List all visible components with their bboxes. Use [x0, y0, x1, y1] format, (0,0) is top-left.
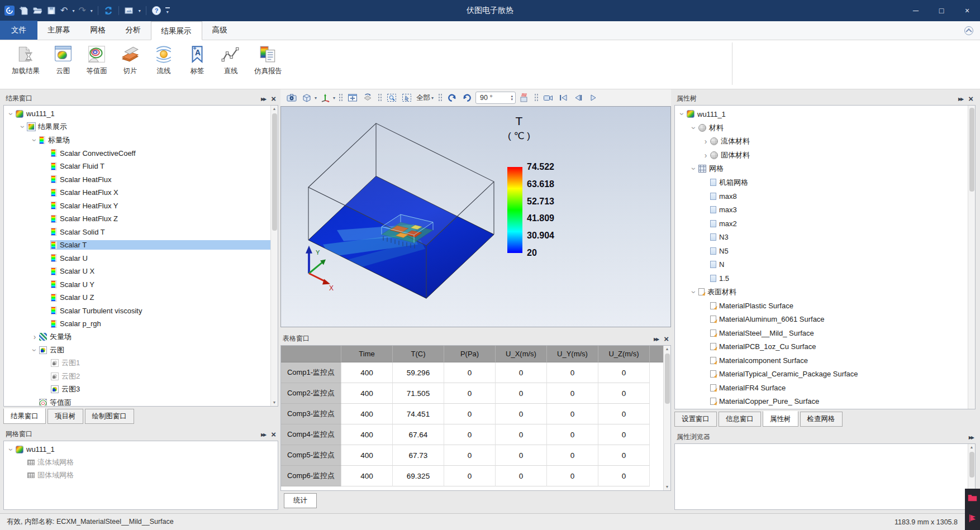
tree-item[interactable]: max2: [675, 217, 975, 231]
ribbon-tab-文件[interactable]: 文件: [0, 21, 37, 40]
table-cell[interactable]: 0: [444, 362, 496, 383]
tree-item[interactable]: max3: [675, 203, 975, 217]
table-cell[interactable]: 0: [547, 445, 598, 466]
chevron-down-icon[interactable]: ▾: [333, 96, 335, 101]
tree-item[interactable]: ›固体材料: [675, 149, 975, 163]
collapse-panel-icon[interactable]: [261, 94, 265, 102]
chevron-down-icon[interactable]: ▾: [315, 96, 317, 101]
expand-arrow-icon[interactable]: ›: [702, 152, 710, 159]
tree-item[interactable]: MaterialSteel__Mild_ Surface: [675, 326, 975, 340]
toolbar-options-icon[interactable]: [165, 7, 170, 15]
expand-arrow-icon[interactable]: ›: [31, 333, 39, 340]
panel-tab-项目树[interactable]: 项目树: [47, 409, 83, 424]
ribbon-tab-主屏幕[interactable]: 主屏幕: [37, 21, 80, 40]
-icon[interactable]: [32, 4, 42, 17]
tool-load-result[interactable]: 加载结果: [6, 44, 46, 76]
view-orientation-icon[interactable]: [318, 91, 332, 104]
table-row-header[interactable]: Comp3-监控点: [281, 404, 341, 424]
close-panel-icon[interactable]: [271, 429, 276, 439]
tree-item[interactable]: N5: [675, 244, 975, 258]
table-cell[interactable]: 0: [598, 424, 650, 445]
tree-item[interactable]: ›wu111_1: [4, 107, 278, 121]
rotate-ccw-icon[interactable]: [445, 91, 459, 104]
dropdown-arrow-icon[interactable]: ▾: [139, 8, 141, 13]
collapse-arrow-icon[interactable]: ›: [8, 446, 15, 453]
folder-icon[interactable]: [968, 494, 977, 504]
maximize-icon[interactable]: □: [929, 0, 954, 21]
close-panel-icon[interactable]: [968, 94, 973, 103]
ribbon-tab-高级[interactable]: 高级: [202, 21, 237, 40]
tree-item[interactable]: MaterialPCB_1oz_Cu Surface: [675, 340, 975, 354]
tree-item[interactable]: max8: [675, 189, 975, 203]
panel-tab-设置窗口[interactable]: 设置窗口: [674, 412, 717, 427]
panel-tab-信息窗口[interactable]: 信息窗口: [719, 412, 761, 427]
table-cell[interactable]: 0: [598, 362, 650, 383]
tree-item[interactable]: ›流体材料: [675, 135, 975, 149]
tree-item[interactable]: ›表面材料: [675, 285, 975, 299]
table-cell[interactable]: 0: [598, 466, 650, 486]
minimize-ribbon-icon[interactable]: [964, 26, 973, 35]
close-panel-icon[interactable]: [664, 334, 669, 343]
tool-tag[interactable]: A标签: [181, 44, 213, 76]
table-cell[interactable]: 400: [341, 383, 393, 404]
table-cell[interactable]: 0: [598, 383, 650, 404]
collapse-arrow-icon[interactable]: ›: [691, 288, 697, 296]
table-row-header[interactable]: Comp6-监控点: [281, 466, 341, 486]
table-scrollbar[interactable]: ▲▼: [663, 346, 670, 490]
table-row-header[interactable]: Comp4-监控点: [281, 424, 341, 445]
tree-item[interactable]: Scalar U Y: [4, 278, 278, 292]
-icon[interactable]: [18, 4, 28, 17]
tree-item[interactable]: 流体域网格: [4, 456, 278, 469]
panel-tab-绘制图窗口[interactable]: 绘制图窗口: [85, 409, 135, 424]
property-tree[interactable]: ›wu111_1›材料›流体材料›固体材料›网格机箱网格max8max3max2…: [674, 105, 976, 409]
first-frame-icon[interactable]: [556, 91, 570, 104]
section-view-icon[interactable]: [300, 91, 313, 104]
property-tree-scrollbar[interactable]: [968, 106, 975, 409]
3d-viewport[interactable]: Y X T ( ℃ ) 74.52263.61852.71341.80930.9…: [280, 106, 671, 327]
table-cell[interactable]: 67.73: [393, 445, 444, 466]
ribbon-tab-分析[interactable]: 分析: [116, 21, 151, 40]
previous-frame-icon[interactable]: [572, 91, 585, 104]
table-row-header[interactable]: Comp2-监控点: [281, 383, 341, 404]
table-cell[interactable]: 74.451: [393, 404, 444, 424]
table-cell[interactable]: 71.505: [393, 383, 444, 404]
tree-item[interactable]: Scalar ConvectiveCoeff: [4, 147, 278, 160]
tree-item[interactable]: MaterialPlastic Surface: [675, 299, 975, 313]
collapse-panel-icon[interactable]: [261, 430, 265, 438]
tree-item[interactable]: 等值面: [4, 396, 278, 407]
toolbar-grip[interactable]: [339, 93, 342, 102]
flag-icon[interactable]: [968, 514, 977, 525]
collapse-arrow-icon[interactable]: ›: [20, 123, 26, 131]
expand-arrow-icon[interactable]: ›: [702, 138, 710, 145]
tree-item[interactable]: MaterialTypical_Ceramic_Package Surface: [675, 367, 975, 381]
table-row-header[interactable]: Comp1-监控点: [281, 362, 341, 383]
tree-item[interactable]: 机箱网格: [675, 176, 975, 190]
result-tree-scrollbar[interactable]: ▲▼: [270, 106, 278, 406]
table-cell[interactable]: 0: [496, 445, 547, 466]
table-cell[interactable]: 0: [496, 404, 547, 424]
mesh-tree[interactable]: ›wu111_1流体域网格固体域网格: [3, 441, 278, 510]
tree-item[interactable]: Scalar HeatFlux: [4, 173, 278, 187]
table-cell[interactable]: 0: [496, 466, 547, 486]
tree-item[interactable]: Scalar HeatFlux Y: [4, 199, 278, 213]
tab-statistics[interactable]: 统计: [284, 493, 317, 508]
fit-view-icon[interactable]: [346, 91, 359, 104]
refresh-icon[interactable]: [103, 4, 113, 17]
dropdown-arrow-icon[interactable]: ▾: [72, 8, 74, 13]
tree-item[interactable]: Scalar HeatFlux Z: [4, 212, 278, 226]
table-cell[interactable]: 0: [496, 362, 547, 383]
select-area-icon[interactable]: [400, 91, 413, 104]
dropdown-arrow-icon[interactable]: ▾: [91, 8, 93, 13]
collapse-arrow-icon[interactable]: ›: [31, 136, 38, 144]
tree-item[interactable]: Scalar p_rgh: [4, 317, 278, 331]
selection-filter-dropdown[interactable]: 全部▾: [415, 93, 435, 103]
tree-item[interactable]: ›矢量场: [4, 331, 278, 344]
tree-item[interactable]: 云图3: [4, 383, 278, 397]
tree-item[interactable]: Materialcomponent Surface: [675, 354, 975, 367]
tree-item[interactable]: N: [675, 258, 975, 272]
table-cell[interactable]: 0: [444, 466, 496, 486]
snapshot-camera-icon[interactable]: [285, 91, 298, 104]
tool-streamline[interactable]: 流线: [148, 44, 180, 76]
tree-item[interactable]: ›材料: [675, 121, 975, 135]
tree-item[interactable]: MaterialAluminum_6061 Surface: [675, 313, 975, 327]
